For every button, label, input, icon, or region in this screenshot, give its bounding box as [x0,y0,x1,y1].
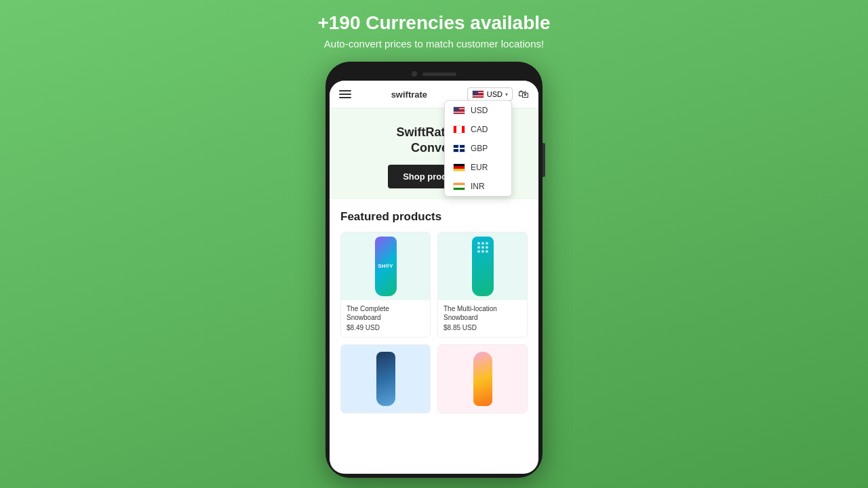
product-info-1: The Complete Snowboard $8.49 USD [341,300,430,337]
product-image-3 [341,345,430,413]
product-card-2[interactable]: The Multi-location Snowboard $8.85 USD [437,232,528,338]
subheadline: Auto-convert prices to match customer lo… [324,38,544,49]
flag-ca-icon [453,125,465,134]
product-image-1 [341,232,430,300]
currency-code-gbp: GBP [471,144,488,153]
currency-option-gbp[interactable]: GBP [445,139,511,158]
nav-right: USD ▾ USD CAD [467,87,529,101]
headline: +190 Currencies available [317,12,550,34]
currency-code-usd: USD [471,106,488,115]
hamburger-menu-button[interactable] [339,90,351,98]
phone-speaker [422,73,456,76]
product-image-4 [438,345,527,413]
phone-notch [330,71,538,77]
product-name-1: The Complete Snowboard [347,304,425,322]
flag-de-icon [453,163,465,171]
product-card-4[interactable] [437,344,528,413]
snowboard-graphic-2 [472,237,494,296]
currency-option-cad[interactable]: CAD [445,120,511,139]
featured-section: Featured products The Complete Snowboard… [330,199,538,424]
currency-code-eur: EUR [471,163,488,172]
currency-dropdown[interactable]: USD CAD GBP [444,100,512,197]
cart-icon[interactable]: 🛍 [518,88,529,100]
snowboard-graphic-4 [473,352,492,406]
selected-currency-label: USD [487,90,502,98]
currency-option-inr[interactable]: INR [445,177,511,196]
product-price-1: $8.49 USD [347,324,425,331]
currency-code-inr: INR [471,182,485,191]
nav-bar: swiftrate USD ▾ USD [330,81,538,108]
product-price-2: $8.85 USD [443,324,521,331]
phone-side-button [542,143,545,177]
product-card-3[interactable] [340,344,431,413]
brand-name: swiftrate [391,89,427,100]
currency-code-cad: CAD [471,125,488,134]
product-image-2 [438,232,527,300]
phone-camera [412,71,417,77]
product-info-2: The Multi-location Snowboard $8.85 USD [438,300,527,337]
us-flag-icon [472,90,484,98]
snowboard-graphic-1 [375,237,397,296]
flag-gb-icon [453,144,465,152]
currency-option-usd[interactable]: USD [445,101,511,120]
flag-in-icon [453,182,465,190]
chevron-down-icon: ▾ [505,92,508,98]
product-card-1[interactable]: The Complete Snowboard $8.49 USD [340,232,431,338]
product-name-2: The Multi-location Snowboard [443,304,521,322]
products-grid: The Complete Snowboard $8.49 USD [340,232,528,413]
background: +190 Currencies available Auto-convert p… [0,0,868,488]
phone-shell: swiftrate USD ▾ USD [326,62,542,478]
flag-us-icon [453,106,465,115]
currency-selector-button[interactable]: USD ▾ USD CAD [467,87,513,101]
phone-screen: swiftrate USD ▾ USD [330,81,538,474]
snowboard-graphic-3 [376,352,395,406]
snowboard-dots [477,242,488,253]
currency-option-eur[interactable]: EUR [445,158,511,177]
featured-products-title: Featured products [340,210,528,224]
